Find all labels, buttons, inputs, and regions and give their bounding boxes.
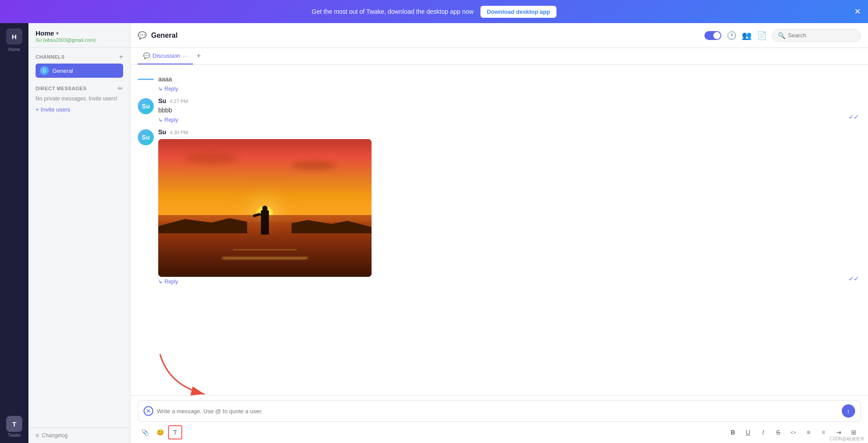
ordered-list-button[interactable]: ≡	[816, 425, 831, 439]
msg-body-1: aaaa ↳ Reply	[158, 75, 861, 92]
home-label: Home	[8, 47, 20, 52]
twake-label: Twake	[8, 433, 21, 438]
msg-author-3: Su	[158, 128, 166, 136]
sidebar: Home ▾ Su (wbsu2003@gmail.com) CHANNELS …	[28, 23, 131, 443]
message-input-row: ✕ ↑	[138, 400, 861, 422]
bold-button[interactable]: B	[726, 425, 740, 439]
tab-discussion[interactable]: 💬 Discussion ···	[138, 48, 193, 64]
sidebar-footer: Changelog	[28, 427, 130, 443]
unordered-list-button[interactable]: ≡	[801, 425, 816, 439]
banner-text: Get the most out of Twake, download the …	[312, 8, 473, 15]
msg-time-2: 4:27 PM	[170, 99, 188, 104]
reply-button-2[interactable]: ↳ Reply	[158, 117, 178, 123]
msg-body-3: Su 4:30 PM	[158, 128, 861, 285]
changelog-item[interactable]: Changelog	[36, 432, 123, 439]
message-row-1: aaaa ↳ Reply	[131, 72, 868, 95]
reply-label-1: Reply	[164, 86, 178, 92]
message-input[interactable]	[157, 408, 838, 415]
channel-name-general: General	[52, 68, 73, 74]
toolbar-left: 📎 😊 T	[138, 425, 182, 439]
search-input[interactable]	[788, 32, 855, 39]
message-image[interactable]	[158, 139, 372, 277]
channel-title-icon: 💬	[138, 31, 147, 40]
view-toggle[interactable]	[704, 31, 721, 40]
add-channel-button[interactable]: +	[119, 53, 123, 61]
reply-button-1[interactable]: ↳ Reply	[158, 86, 178, 92]
messages-area[interactable]: aaaa ↳ Reply Su Su 4:27 PM bbbb	[131, 65, 868, 395]
promo-banner: Get the most out of Twake, download the …	[0, 0, 868, 23]
send-icon: ↑	[847, 407, 850, 415]
banner-close-button[interactable]: ✕	[854, 7, 861, 16]
msg-author-2: Su	[158, 97, 166, 104]
input-cancel-button[interactable]: ✕	[144, 406, 153, 416]
main-content: 💬 General 🕐 👥 📄 🔍 💬 Discussion ···	[131, 23, 868, 443]
dm-edit-button[interactable]: ✏	[118, 85, 123, 92]
message-row-2: Su Su 4:27 PM bbbb ↳ Reply ✓✓	[131, 95, 868, 126]
icon-rail: H Home T Twake	[0, 23, 28, 443]
italic-button[interactable]: I	[756, 425, 770, 439]
reply-button-3[interactable]: ↳ Reply	[158, 279, 178, 285]
silhouette-figure	[261, 210, 269, 235]
msg-time-3: 4:30 PM	[170, 130, 188, 135]
reply-arrow-icon-1: ↳	[158, 86, 163, 92]
send-button[interactable]: ↑	[842, 404, 855, 418]
members-button[interactable]: 👥	[742, 31, 752, 40]
discussion-tab-label: Discussion	[152, 52, 180, 59]
sunset-image	[158, 139, 372, 277]
files-button[interactable]: 📄	[757, 31, 767, 40]
reply-label-3: Reply	[164, 279, 178, 285]
input-area: ✕ ↑ 📎 😊 T B U I S <>	[131, 395, 868, 443]
msg-text-2: bbbb	[158, 106, 861, 115]
attach-button[interactable]: 📎	[138, 425, 152, 439]
home-workspace-icon[interactable]: H	[6, 28, 22, 44]
text-format-button[interactable]: T	[168, 425, 182, 439]
avatar-su-1: Su	[138, 98, 154, 114]
msg-check-3: ✓✓	[848, 275, 859, 282]
download-app-button[interactable]: Download desktop app	[480, 6, 556, 18]
tabs-bar: 💬 Discussion ··· +	[131, 48, 868, 65]
msg-text-1: aaaa	[158, 75, 861, 84]
workspace-name: Home	[36, 29, 54, 37]
reply-label-2: Reply	[164, 117, 178, 123]
changelog-label: Changelog	[42, 432, 68, 439]
cancel-x-icon: ✕	[146, 407, 151, 415]
search-box[interactable]: 🔍	[772, 29, 861, 42]
partial-avatar	[138, 75, 154, 84]
channel-title: General	[151, 32, 178, 40]
top-bar: 💬 General 🕐 👥 📄 🔍	[131, 23, 868, 48]
changelog-dot	[36, 434, 39, 437]
message-row-3: Su Su 4:30 PM	[131, 126, 868, 287]
invite-users-button[interactable]: + Invite users	[36, 106, 70, 113]
clock-button[interactable]: 🕐	[727, 31, 736, 40]
emoji-button[interactable]: 😊	[153, 425, 167, 439]
invite-label: Invite users	[41, 106, 70, 113]
dm-empty-text: No private messages. Invite users!	[36, 95, 123, 103]
workspace-dropdown-arrow[interactable]: ▾	[56, 30, 59, 36]
msg-check-2: ✓✓	[848, 113, 859, 120]
add-tab-button[interactable]: +	[196, 52, 201, 61]
toolbar-row: 📎 😊 T B U I S <> ≡ ≡ ⇥ ⊞	[138, 425, 861, 439]
code-button[interactable]: <>	[786, 425, 800, 439]
strikethrough-button[interactable]: S	[771, 425, 785, 439]
user-email: Su (wbsu2003@gmail.com)	[36, 37, 96, 43]
discussion-tab-icon: 💬	[143, 52, 150, 59]
sidebar-header: Home ▾ Su (wbsu2003@gmail.com)	[28, 23, 130, 48]
channels-section: CHANNELS + G General	[28, 48, 130, 80]
dm-section: DIRECT MESSAGES ✏ No private messages. I…	[28, 80, 130, 115]
avatar-su-2: Su	[138, 129, 154, 145]
reply-arrow-icon-3: ↳	[158, 279, 163, 285]
invite-plus-icon: +	[36, 106, 39, 113]
dm-title: DIRECT MESSAGES	[36, 86, 87, 91]
search-icon: 🔍	[778, 32, 785, 39]
reply-arrow-icon-2: ↳	[158, 117, 163, 123]
discussion-tab-menu[interactable]: ···	[183, 52, 188, 59]
msg-body-2: Su 4:27 PM bbbb ↳ Reply	[158, 97, 861, 123]
twake-icon[interactable]: T	[6, 416, 22, 432]
channels-title: CHANNELS	[36, 54, 65, 60]
sidebar-item-general[interactable]: G General	[36, 64, 123, 78]
channel-icon-general: G	[40, 66, 49, 75]
watermark: CSDN@杨浦老爷	[830, 436, 865, 442]
underline-button[interactable]: U	[741, 425, 755, 439]
